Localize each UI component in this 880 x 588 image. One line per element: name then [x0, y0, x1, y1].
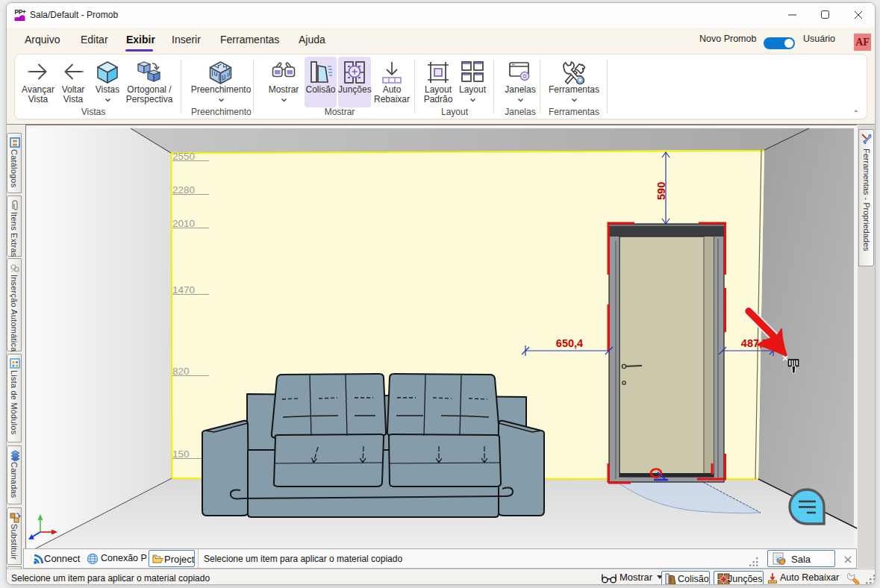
- svg-text:1470: 1470: [172, 284, 195, 295]
- svg-text:820: 820: [172, 366, 190, 377]
- svg-text:150: 150: [172, 448, 190, 460]
- svg-text:2010: 2010: [172, 218, 195, 229]
- svg-text:650,4: 650,4: [556, 337, 583, 349]
- svg-text:PP+: PP+: [15, 8, 26, 16]
- svg-text:2550: 2550: [172, 151, 195, 162]
- svg-text:2280: 2280: [172, 184, 195, 196]
- svg-text:590: 590: [655, 182, 667, 200]
